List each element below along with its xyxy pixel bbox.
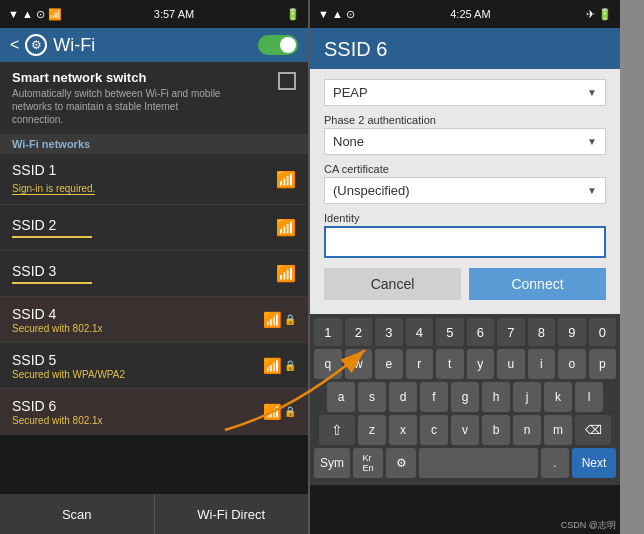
key-u[interactable]: u [497,349,525,379]
space-key[interactable] [419,448,538,478]
key-b[interactable]: b [482,415,510,445]
network-item-ssid6[interactable]: SSID 6 Secured with 802.1x 📶 🔒 [0,389,308,435]
phase2-dropdown[interactable]: None ▼ [324,128,606,155]
right-phone: ▼ ▲ ⊙ 4:25 AM ✈ 🔋 SSID 6 PEAP ▼ Phase 2 … [310,0,620,534]
key-7[interactable]: 7 [497,318,525,346]
lang-key[interactable]: KrEn [353,448,383,478]
back-button[interactable]: < [10,36,19,54]
ca-label: CA certificate [324,163,606,175]
keyboard-number-row: 1 2 3 4 5 6 7 8 9 0 [314,318,616,346]
identity-label: Identity [324,212,606,224]
key-r[interactable]: r [406,349,434,379]
key-w[interactable]: w [345,349,373,379]
dialog-title: SSID 6 [324,38,606,61]
key-s[interactable]: s [358,382,386,412]
key-h[interactable]: h [482,382,510,412]
identity-input[interactable] [324,226,606,258]
wifi-lock-ssid5: 📶 🔒 [263,357,296,375]
dialog-header: SSID 6 [310,28,620,69]
time-right: 4:25 AM [450,8,490,20]
key-g[interactable]: g [451,382,479,412]
key-c[interactable]: c [420,415,448,445]
peap-arrow-icon: ▼ [587,87,597,98]
key-f[interactable]: f [420,382,448,412]
peap-value: PEAP [333,85,368,100]
key-1[interactable]: 1 [314,318,342,346]
peap-row: PEAP ▼ [324,79,606,106]
key-a[interactable]: a [327,382,355,412]
key-m[interactable]: m [544,415,572,445]
phase2-label: Phase 2 authentication [324,114,606,126]
scan-button[interactable]: Scan [0,494,155,534]
network-item-ssid1[interactable]: SSID 1 Sign-in is required. 📶 [0,154,308,205]
network-name-ssid2: SSID 2 [12,217,276,233]
key-t[interactable]: t [436,349,464,379]
phase2-row: Phase 2 authentication None ▼ [324,114,606,155]
connect-button[interactable]: Connect [469,268,606,300]
shift-key[interactable]: ⇧ [319,415,355,445]
smart-network-title: Smart network switch [12,70,232,85]
key-k[interactable]: k [544,382,572,412]
key-4[interactable]: 4 [406,318,434,346]
key-v[interactable]: v [451,415,479,445]
network-name-ssid5: SSID 5 [12,352,263,368]
network-name-ssid6: SSID 6 [12,398,263,414]
gear-key[interactable]: ⚙ [386,448,416,478]
key-2[interactable]: 2 [345,318,373,346]
keyboard-qwerty-row: q w e r t y u i o p [314,349,616,379]
key-q[interactable]: q [314,349,342,379]
identity-row: Identity [324,212,606,258]
network-item-ssid4[interactable]: SSID 4 Secured with 802.1x 📶 🔒 [0,297,308,343]
network-secured-ssid4: Secured with 802.1x [12,323,263,334]
cancel-button[interactable]: Cancel [324,268,461,300]
wifi-signal-ssid2: 📶 [276,218,296,237]
status-bar-left: ▼ ▲ ⊙ 📶 3:57 AM 🔋 [0,0,308,28]
key-j[interactable]: j [513,382,541,412]
watermark: CSDN @志明 [561,519,616,532]
network-secured-ssid6: Secured with 802.1x [12,415,263,426]
dot-key[interactable]: . [541,448,569,478]
sym-key[interactable]: Sym [314,448,350,478]
settings-gear-icon[interactable]: ⚙ [25,34,47,56]
keyboard: 1 2 3 4 5 6 7 8 9 0 q w e r t y u i o p … [310,314,620,485]
key-d[interactable]: d [389,382,417,412]
key-p[interactable]: p [589,349,617,379]
key-0[interactable]: 0 [589,318,617,346]
wifi-lock-ssid6: 📶 🔒 [263,403,296,421]
key-i[interactable]: i [528,349,556,379]
key-5[interactable]: 5 [436,318,464,346]
key-n[interactable]: n [513,415,541,445]
network-name-ssid3: SSID 3 [12,263,276,279]
key-8[interactable]: 8 [528,318,556,346]
key-6[interactable]: 6 [467,318,495,346]
smart-network-checkbox[interactable] [278,72,296,90]
key-9[interactable]: 9 [558,318,586,346]
backspace-key[interactable]: ⌫ [575,415,611,445]
status-icons-left: ▼ ▲ ⊙ 📶 [8,8,62,21]
keyboard-bottom-row: Sym KrEn ⚙ . Next [314,448,616,478]
smart-network-desc: Automatically switch between Wi-Fi and m… [12,87,232,126]
network-secured-ssid5: Secured with WPA/WPA2 [12,369,263,380]
key-x[interactable]: x [389,415,417,445]
battery-left: 🔋 [286,8,300,21]
network-item-ssid3[interactable]: SSID 3 📶 [0,251,308,297]
ca-dropdown[interactable]: (Unspecified) ▼ [324,177,606,204]
keyboard-asdf-row: a s d f g h j k l [314,382,616,412]
toggle-knob [280,37,296,53]
wifi-toggle[interactable] [258,35,298,55]
wifi-direct-button[interactable]: Wi-Fi Direct [155,494,309,534]
key-y[interactable]: y [467,349,495,379]
peap-dropdown[interactable]: PEAP ▼ [324,79,606,106]
phase2-value: None [333,134,364,149]
next-key[interactable]: Next [572,448,616,478]
key-3[interactable]: 3 [375,318,403,346]
key-l[interactable]: l [575,382,603,412]
network-item-ssid5[interactable]: SSID 5 Secured with WPA/WPA2 📶 🔒 [0,343,308,389]
phase2-arrow-icon: ▼ [587,136,597,147]
key-z[interactable]: z [358,415,386,445]
key-e[interactable]: e [375,349,403,379]
network-item-ssid2[interactable]: SSID 2 📶 [0,205,308,251]
key-o[interactable]: o [558,349,586,379]
bottom-bar: Scan Wi-Fi Direct [0,494,308,534]
network-name-ssid4: SSID 4 [12,306,263,322]
